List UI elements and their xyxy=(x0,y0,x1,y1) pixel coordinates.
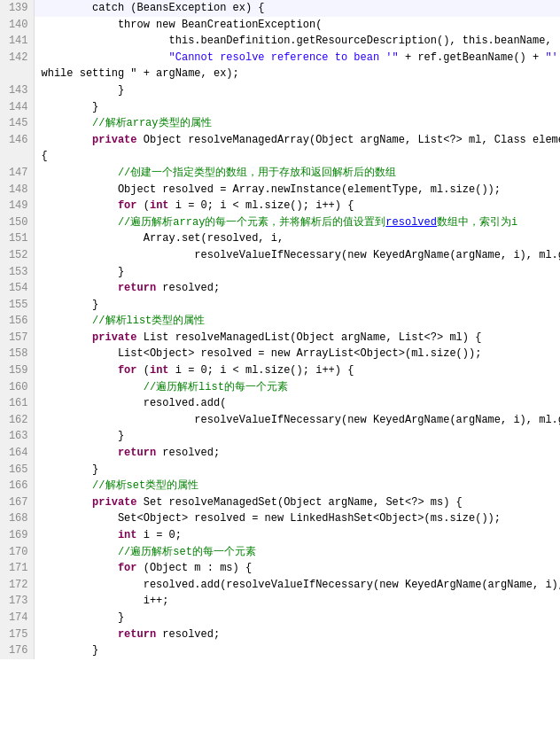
code-segment: } xyxy=(42,644,99,657)
line-number: 174 xyxy=(0,610,34,626)
line-number: 170 xyxy=(0,544,34,561)
line-number: 176 xyxy=(0,642,34,659)
code-segment: return xyxy=(118,447,156,459)
line-code: //解析list类型的属性 xyxy=(34,313,560,330)
line-number: 168 xyxy=(0,510,34,527)
code-segment: i = 0; i < ml.size(); i++) { xyxy=(169,199,354,212)
table-row: 147 //创建一个指定类型的数组，用于存放和返回解析后的数组 xyxy=(0,165,560,182)
line-code: for (int i = 0; i < ml.size(); i++) { xyxy=(34,198,560,214)
code-segment: resolved.add(resolveValueIfNecessary(new… xyxy=(42,579,561,591)
code-segment: return xyxy=(118,282,156,294)
line-code: { xyxy=(34,148,560,165)
line-code: } xyxy=(34,264,560,281)
code-segment: throw new BeanCreationException( xyxy=(42,19,323,31)
line-number: 145 xyxy=(0,115,34,132)
line-code: resolveValueIfNecessary(new KeyedArgName… xyxy=(34,247,560,264)
code-segment: } xyxy=(42,430,125,442)
code-segment: } xyxy=(42,463,99,476)
line-code: //创建一个指定类型的数组，用于存放和返回解析后的数组 xyxy=(34,165,560,182)
code-segment: } xyxy=(42,101,99,113)
code-segment: { xyxy=(42,150,48,162)
line-number: 154 xyxy=(0,280,34,297)
table-row: 141 this.beanDefinition.getResourceDescr… xyxy=(0,33,560,50)
line-number: 143 xyxy=(0,82,34,99)
code-segment: int xyxy=(150,199,169,212)
code-segment: } xyxy=(42,611,125,624)
code-segment xyxy=(42,51,169,64)
code-segment xyxy=(42,381,144,393)
code-segment: resolveValueIfNecessary(new KeyedArgName… xyxy=(42,414,561,426)
line-number xyxy=(0,66,34,82)
code-segment: int xyxy=(150,364,169,377)
table-row: 148 Object resolved = Array.newInstance(… xyxy=(0,182,560,198)
code-segment: private xyxy=(92,331,136,344)
code-segment xyxy=(42,628,118,641)
code-segment: Array.set(resolved, i, xyxy=(42,232,284,245)
code-segment: //解析array类型的属性 xyxy=(92,117,211,129)
line-number: 140 xyxy=(0,17,34,34)
line-code: for (int i = 0; i < ml.size(); i++) { xyxy=(34,362,560,379)
code-segment: resolved; xyxy=(156,447,220,459)
line-code: } xyxy=(34,462,560,479)
line-number xyxy=(0,148,34,165)
code-segment xyxy=(42,447,118,459)
code-segment: private xyxy=(92,496,136,509)
line-code: catch (BeansException ex) { xyxy=(34,0,560,17)
line-number: 142 xyxy=(0,50,34,66)
line-number: 139 xyxy=(0,0,34,17)
code-table: 139 catch (BeansException ex) {140 throw… xyxy=(0,0,560,659)
code-viewer: 139 catch (BeansException ex) {140 throw… xyxy=(0,0,560,747)
table-row: 158 List<Object> resolved = new ArrayLis… xyxy=(0,346,560,362)
table-row: 152 resolveValueIfNecessary(new KeyedArg… xyxy=(0,247,560,264)
table-row: 155 } xyxy=(0,297,560,314)
table-row: 163 } xyxy=(0,428,560,445)
table-row: while setting " + argName, ex); xyxy=(0,66,560,82)
table-row: 156 //解析list类型的属性 xyxy=(0,313,560,330)
line-number: 155 xyxy=(0,297,34,314)
line-code: //遍历解析list的每一个元素 xyxy=(34,379,560,396)
table-row: 159 for (int i = 0; i < ml.size(); i++) … xyxy=(0,362,560,379)
code-segment: (Object m : ms) { xyxy=(137,562,253,574)
line-code: } xyxy=(34,610,560,626)
code-segment xyxy=(42,529,118,541)
line-number: 165 xyxy=(0,462,34,479)
table-row: 145 //解析array类型的属性 xyxy=(0,115,560,132)
line-code: //解析array类型的属性 xyxy=(34,115,560,132)
code-segment: Object resolved = Array.newInstance(elem… xyxy=(42,183,501,196)
line-number: 152 xyxy=(0,247,34,264)
code-segment: resolved.add( xyxy=(42,397,227,409)
table-row: 164 return resolved; xyxy=(0,445,560,462)
table-row: 139 catch (BeansException ex) { xyxy=(0,0,560,17)
code-segment xyxy=(42,562,118,574)
line-code: return resolved; xyxy=(34,445,560,462)
code-segment: resolved; xyxy=(156,628,220,641)
line-code: } xyxy=(34,297,560,314)
code-segment: Set resolveManagedSet(Object argName, Se… xyxy=(137,496,463,509)
code-segment: "' xyxy=(545,51,557,64)
code-segment: ( xyxy=(137,199,150,212)
line-code: while setting " + argName, ex); xyxy=(34,66,560,82)
code-segment: catch (BeansException ex) { xyxy=(42,2,265,14)
table-row: 162 resolveValueIfNecessary(new KeyedArg… xyxy=(0,412,560,429)
table-row: 171 for (Object m : ms) { xyxy=(0,560,560,577)
line-code: for (Object m : ms) { xyxy=(34,560,560,577)
code-segment: 数组中，索引为i xyxy=(437,216,517,229)
line-number: 141 xyxy=(0,33,34,50)
line-number: 156 xyxy=(0,313,34,330)
table-row: 154 return resolved; xyxy=(0,280,560,297)
line-code: resolveValueIfNecessary(new KeyedArgName… xyxy=(34,412,560,429)
code-segment xyxy=(42,364,118,377)
code-segment: for xyxy=(118,562,137,574)
table-row: 170 //遍历解析set的每一个元素 xyxy=(0,544,560,561)
code-segment: //解析list类型的属性 xyxy=(92,315,205,327)
table-row: 165 } xyxy=(0,462,560,479)
table-row: { xyxy=(0,148,560,165)
code-segment: resolved xyxy=(385,216,437,229)
code-segment: //遍历解析list的每一个元素 xyxy=(144,381,288,393)
code-segment: i = 0; i < ml.size(); i++) { xyxy=(169,364,354,377)
line-code: Object resolved = Array.newInstance(elem… xyxy=(34,182,560,198)
line-number: 150 xyxy=(0,214,34,231)
table-row: 166 //解析set类型的属性 xyxy=(0,478,560,494)
code-segment: } xyxy=(42,266,125,278)
line-number: 146 xyxy=(0,132,34,149)
